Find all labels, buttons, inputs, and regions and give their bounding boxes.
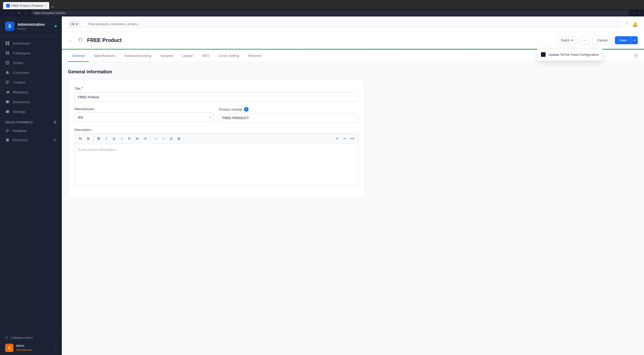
channel-visibility-icon[interactable]: 👁: [53, 138, 57, 142]
paragraph-btn[interactable]: ¶▾: [77, 135, 84, 142]
back-nav-btn[interactable]: ←: [3, 11, 8, 15]
collapse-icon: ⊙: [5, 336, 8, 340]
cancel-button[interactable]: Cancel: [593, 36, 612, 45]
link-btn[interactable]: 🔗: [167, 135, 175, 142]
forward-nav-btn[interactable]: →: [10, 11, 15, 15]
dropdown-menu: Update TikTok Feed Configuration: [537, 48, 603, 61]
sales-channels-title: Sales Channels: [5, 121, 33, 124]
channel-item-storefront[interactable]: Storefront 👁: [0, 135, 62, 145]
sales-channels-header: Sales Channels ⊕: [0, 117, 62, 126]
sidebar-item-catalogues[interactable]: Catalogues: [0, 48, 62, 58]
search-filter-button[interactable]: All ▾: [68, 20, 81, 28]
layout-toggle-button[interactable]: ☰: [634, 53, 638, 59]
ordered-list-btn[interactable]: ≡: [160, 135, 167, 142]
manufacturer-col: Manufacturer test ▾: [74, 107, 214, 128]
toolbar-divider-2: [150, 136, 150, 141]
user-avatar: X: [5, 344, 13, 352]
tab-reviews[interactable]: Reviews: [244, 50, 266, 62]
tab-layout[interactable]: Layout: [178, 50, 197, 62]
svg-rect-6: [6, 82, 9, 83]
extensions-icon: [5, 100, 10, 104]
svg-rect-3: [8, 43, 9, 45]
sidebar-item-extensions[interactable]: Extensions: [0, 97, 62, 107]
description-field-group: Description ¶▾ ⊞ B I U ≡ X²: [74, 128, 358, 185]
tab-seo[interactable]: SEO: [198, 50, 214, 62]
reload-btn[interactable]: ↺: [16, 11, 22, 15]
description-editor-body[interactable]: Enter product description...: [75, 144, 358, 185]
undo-btn[interactable]: ↩: [333, 135, 341, 142]
product-number-label: Product number ?: [219, 107, 358, 112]
svg-point-8: [7, 130, 8, 131]
italic-btn[interactable]: I: [103, 135, 110, 142]
user-section[interactable]: X demo Administrator ⌃: [5, 341, 57, 352]
dashboard-icon: [5, 41, 10, 46]
sidebar-item-orders[interactable]: Orders: [0, 58, 62, 68]
bold-btn[interactable]: B: [95, 135, 102, 142]
add-channel-button[interactable]: ⊕: [53, 120, 57, 125]
general-form-card: Title * Manufacturer: [68, 80, 365, 197]
dropdown-item-tiktok[interactable]: Update TikTok Feed Configuration: [537, 50, 603, 59]
home-btn[interactable]: ⌂: [23, 11, 28, 15]
product-number-label-text: Product number: [219, 108, 243, 111]
underline-btn[interactable]: U: [111, 135, 118, 142]
sidebar-item-settings[interactable]: Settings: [0, 107, 62, 117]
address-bar: ← → ↺ ⌂ ☆ ⋮: [0, 9, 644, 16]
manufacturer-field-group: Manufacturer test ▾: [74, 107, 214, 122]
tab-general[interactable]: General: [68, 50, 89, 62]
tab-advanced-pricing[interactable]: Advanced pricing: [120, 50, 155, 62]
sidebar-item-customers[interactable]: Customers: [0, 68, 62, 77]
storefront-icon: [5, 138, 10, 142]
required-indicator: *: [82, 86, 83, 91]
notifications-icon[interactable]: 🔔: [632, 21, 638, 27]
collapse-menu-button[interactable]: ⊙ Collapse menu: [5, 334, 57, 341]
manufacturer-select[interactable]: test: [74, 112, 214, 122]
sidebar-item-marketing[interactable]: Marketing: [0, 87, 62, 97]
copy-button[interactable]: [77, 37, 84, 44]
sidebar-item-content[interactable]: Content: [0, 77, 62, 87]
product-number-input[interactable]: [219, 113, 358, 123]
redo-btn[interactable]: ↪: [341, 135, 348, 142]
sidebar-item-label: Settings: [13, 110, 26, 114]
save-dropdown-button[interactable]: ▾: [631, 36, 638, 44]
code-view-btn[interactable]: </>: [349, 135, 356, 142]
extensions-icon[interactable]: ⋮: [638, 11, 641, 15]
tab-label: Advanced pricing: [124, 54, 151, 58]
save-button[interactable]: Save: [615, 36, 631, 44]
unordered-list-btn[interactable]: ≡: [152, 135, 159, 142]
back-button[interactable]: ←: [68, 37, 74, 44]
table-btn[interactable]: ⊞: [175, 135, 182, 142]
title-field-group: Title *: [74, 86, 358, 102]
language-selector[interactable]: Dutch ▾: [558, 37, 577, 44]
bookmark-icon[interactable]: ☆: [632, 11, 635, 15]
brand-version: 6.5.0.0: [18, 27, 45, 31]
manufacturer-label-text: Manufacturer: [74, 107, 94, 111]
tab-label: Variants: [160, 54, 173, 58]
product-number-help-icon[interactable]: ?: [244, 107, 249, 112]
strikethrough-btn[interactable]: ≡: [118, 135, 125, 142]
headless-icon: [5, 128, 10, 133]
orders-icon: [5, 60, 10, 65]
url-input[interactable]: [31, 10, 629, 15]
customers-icon: [5, 70, 10, 75]
tab-cross-selling[interactable]: Cross Selling: [215, 50, 243, 62]
description-label-text: Description: [74, 128, 91, 132]
online-status-indicator: [55, 25, 57, 27]
search-input[interactable]: [88, 22, 618, 26]
manufacturer-productnumber-row: Manufacturer test ▾: [74, 107, 358, 128]
subscript-btn[interactable]: X₂: [134, 135, 141, 142]
tab-specifications[interactable]: Specifications: [90, 50, 119, 62]
more-options-button[interactable]: ···: [580, 36, 590, 45]
tab-variants[interactable]: Variants: [156, 50, 177, 62]
help-icon[interactable]: ?: [625, 21, 628, 27]
channel-item-headless[interactable]: Headless: [0, 126, 62, 135]
active-tab[interactable]: FREE Product | Products ×: [3, 2, 49, 9]
sidebar-item-label: Catalogues: [13, 51, 30, 55]
superscript-btn[interactable]: X²: [126, 135, 133, 142]
sidebar-item-dashboard[interactable]: Dashboard: [0, 38, 62, 48]
title-input[interactable]: [74, 92, 358, 102]
new-tab-button[interactable]: +: [49, 5, 56, 9]
manufacturer-select-wrapper: test ▾: [74, 112, 214, 122]
align-btn[interactable]: ≡▾: [141, 135, 149, 142]
tab-close-icon[interactable]: ×: [45, 4, 46, 7]
format-btn[interactable]: ⊞: [84, 135, 92, 142]
